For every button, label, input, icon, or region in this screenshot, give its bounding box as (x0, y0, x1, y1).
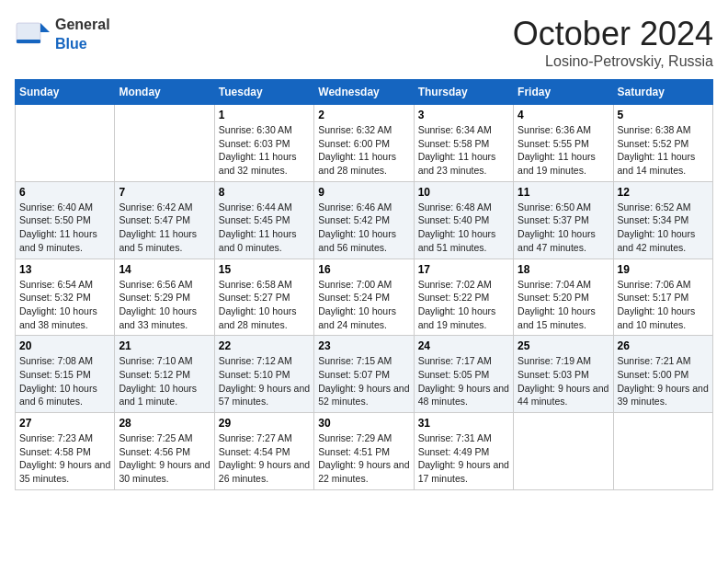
day-content: Sunrise: 6:30 AM Sunset: 6:03 PM Dayligh… (219, 123, 310, 178)
day-number: 29 (219, 417, 310, 430)
day-number: 18 (518, 263, 609, 276)
calendar-cell: 21Sunrise: 7:10 AM Sunset: 5:12 PM Dayli… (115, 336, 214, 413)
day-number: 6 (19, 186, 110, 199)
svg-rect-2 (17, 40, 40, 43)
day-number: 16 (318, 263, 409, 276)
day-number: 25 (518, 339, 609, 352)
day-content: Sunrise: 7:31 AM Sunset: 4:49 PM Dayligh… (418, 431, 509, 486)
day-number: 22 (219, 339, 310, 352)
day-content: Sunrise: 7:08 AM Sunset: 5:15 PM Dayligh… (19, 354, 110, 408)
day-number: 2 (318, 109, 409, 121)
calendar-cell: 19Sunrise: 7:06 AM Sunset: 5:17 PM Dayli… (613, 259, 712, 336)
calendar-cell: 3Sunrise: 6:34 AM Sunset: 5:58 PM Daylig… (414, 105, 513, 182)
weekday-header: Thursday (414, 80, 513, 105)
day-content: Sunrise: 6:58 AM Sunset: 5:27 PM Dayligh… (219, 278, 310, 332)
calendar-cell: 23Sunrise: 7:15 AM Sunset: 5:07 PM Dayli… (314, 336, 414, 413)
weekday-header: Wednesday (314, 80, 414, 105)
day-content: Sunrise: 7:19 AM Sunset: 5:03 PM Dayligh… (518, 354, 609, 408)
calendar-cell: 13Sunrise: 6:54 AM Sunset: 5:32 PM Dayli… (16, 259, 115, 336)
day-content: Sunrise: 6:48 AM Sunset: 5:40 PM Dayligh… (418, 201, 509, 255)
calendar-cell: 18Sunrise: 7:04 AM Sunset: 5:20 PM Dayli… (514, 259, 613, 336)
title-block: October 2024 Losino-Petrovskiy, Russia (513, 15, 713, 70)
day-content: Sunrise: 6:42 AM Sunset: 5:47 PM Dayligh… (119, 201, 210, 255)
calendar-cell: 31Sunrise: 7:31 AM Sunset: 4:49 PM Dayli… (414, 413, 513, 490)
calendar-cell: 9Sunrise: 6:46 AM Sunset: 5:42 PM Daylig… (314, 181, 414, 259)
day-number: 7 (119, 186, 210, 199)
calendar-cell: 24Sunrise: 7:17 AM Sunset: 5:05 PM Dayli… (414, 336, 513, 413)
day-number: 28 (119, 417, 210, 430)
day-content: Sunrise: 7:29 AM Sunset: 4:51 PM Dayligh… (318, 431, 409, 486)
calendar-cell: 11Sunrise: 6:50 AM Sunset: 5:37 PM Dayli… (514, 181, 613, 259)
calendar-cell: 6Sunrise: 6:40 AM Sunset: 5:50 PM Daylig… (16, 181, 115, 259)
calendar-table: SundayMondayTuesdayWednesdayThursdayFrid… (15, 79, 713, 490)
day-content: Sunrise: 6:50 AM Sunset: 5:37 PM Dayligh… (518, 201, 609, 255)
day-content: Sunrise: 7:12 AM Sunset: 5:10 PM Dayligh… (219, 354, 310, 408)
logo-icon (15, 16, 51, 52)
day-content: Sunrise: 7:17 AM Sunset: 5:05 PM Dayligh… (418, 354, 509, 408)
day-number: 5 (618, 109, 709, 121)
calendar-cell: 2Sunrise: 6:32 AM Sunset: 6:00 PM Daylig… (314, 105, 414, 182)
day-number: 21 (119, 339, 210, 352)
calendar-week-row: 20Sunrise: 7:08 AM Sunset: 5:15 PM Dayli… (16, 336, 713, 413)
calendar-week-row: 6Sunrise: 6:40 AM Sunset: 5:50 PM Daylig… (16, 181, 713, 259)
day-number: 24 (418, 339, 509, 352)
day-number: 13 (19, 263, 110, 276)
day-number: 26 (618, 339, 709, 352)
day-content: Sunrise: 7:25 AM Sunset: 4:56 PM Dayligh… (119, 431, 210, 486)
day-content: Sunrise: 7:10 AM Sunset: 5:12 PM Dayligh… (119, 354, 210, 408)
day-number: 10 (418, 186, 509, 199)
day-number: 4 (518, 109, 609, 121)
calendar-cell: 4Sunrise: 6:36 AM Sunset: 5:55 PM Daylig… (514, 105, 613, 182)
calendar-cell: 15Sunrise: 6:58 AM Sunset: 5:27 PM Dayli… (214, 259, 313, 336)
logo-text: General Blue (55, 15, 110, 53)
day-content: Sunrise: 6:36 AM Sunset: 5:55 PM Dayligh… (518, 123, 609, 178)
day-content: Sunrise: 7:00 AM Sunset: 5:24 PM Dayligh… (318, 278, 409, 332)
day-number: 11 (518, 186, 609, 199)
weekday-header: Tuesday (214, 80, 313, 105)
title-location: Losino-Petrovskiy, Russia (513, 53, 713, 70)
logo: General Blue (15, 15, 110, 53)
calendar-cell: 22Sunrise: 7:12 AM Sunset: 5:10 PM Dayli… (214, 336, 313, 413)
svg-marker-1 (40, 23, 50, 32)
calendar-cell: 28Sunrise: 7:25 AM Sunset: 4:56 PM Dayli… (115, 413, 214, 490)
day-number: 31 (418, 417, 509, 430)
calendar-week-row: 13Sunrise: 6:54 AM Sunset: 5:32 PM Dayli… (16, 259, 713, 336)
weekday-header: Sunday (16, 80, 115, 105)
weekday-header: Friday (514, 80, 613, 105)
day-number: 30 (318, 417, 409, 430)
calendar-cell: 30Sunrise: 7:29 AM Sunset: 4:51 PM Dayli… (314, 413, 414, 490)
weekday-header: Monday (115, 80, 214, 105)
day-number: 14 (119, 263, 210, 276)
calendar-cell: 10Sunrise: 6:48 AM Sunset: 5:40 PM Dayli… (414, 181, 513, 259)
day-content: Sunrise: 7:04 AM Sunset: 5:20 PM Dayligh… (518, 278, 609, 332)
calendar-cell: 27Sunrise: 7:23 AM Sunset: 4:58 PM Dayli… (16, 413, 115, 490)
day-content: Sunrise: 6:40 AM Sunset: 5:50 PM Dayligh… (19, 201, 110, 255)
calendar-cell (115, 105, 214, 182)
calendar-cell: 25Sunrise: 7:19 AM Sunset: 5:03 PM Dayli… (514, 336, 613, 413)
calendar-cell (613, 413, 712, 490)
calendar-cell: 26Sunrise: 7:21 AM Sunset: 5:00 PM Dayli… (613, 336, 712, 413)
calendar-cell: 20Sunrise: 7:08 AM Sunset: 5:15 PM Dayli… (16, 336, 115, 413)
calendar-cell: 8Sunrise: 6:44 AM Sunset: 5:45 PM Daylig… (214, 181, 313, 259)
calendar-week-row: 1Sunrise: 6:30 AM Sunset: 6:03 PM Daylig… (16, 105, 713, 182)
weekday-header-row: SundayMondayTuesdayWednesdayThursdayFrid… (16, 80, 713, 105)
day-number: 12 (618, 186, 709, 199)
day-number: 27 (19, 417, 110, 430)
calendar-cell (514, 413, 613, 490)
day-content: Sunrise: 6:54 AM Sunset: 5:32 PM Dayligh… (19, 278, 110, 332)
day-number: 15 (219, 263, 310, 276)
day-content: Sunrise: 7:23 AM Sunset: 4:58 PM Dayligh… (19, 431, 110, 486)
day-content: Sunrise: 6:46 AM Sunset: 5:42 PM Dayligh… (318, 201, 409, 255)
day-content: Sunrise: 6:34 AM Sunset: 5:58 PM Dayligh… (418, 123, 509, 178)
day-number: 1 (219, 109, 310, 121)
calendar-cell: 5Sunrise: 6:38 AM Sunset: 5:52 PM Daylig… (613, 105, 712, 182)
calendar-cell (16, 105, 115, 182)
day-number: 17 (418, 263, 509, 276)
day-number: 3 (418, 109, 509, 121)
day-content: Sunrise: 6:32 AM Sunset: 6:00 PM Dayligh… (318, 123, 409, 178)
day-content: Sunrise: 7:27 AM Sunset: 4:54 PM Dayligh… (219, 431, 310, 486)
calendar-cell: 17Sunrise: 7:02 AM Sunset: 5:22 PM Dayli… (414, 259, 513, 336)
day-content: Sunrise: 7:02 AM Sunset: 5:22 PM Dayligh… (418, 278, 509, 332)
day-number: 20 (19, 339, 110, 352)
calendar-cell: 7Sunrise: 6:42 AM Sunset: 5:47 PM Daylig… (115, 181, 214, 259)
